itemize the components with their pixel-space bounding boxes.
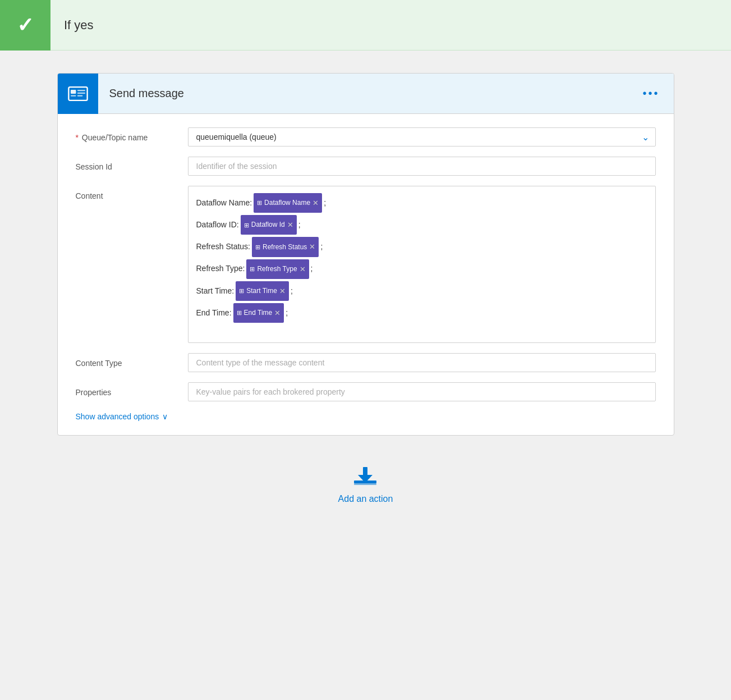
- content-type-input[interactable]: [188, 353, 656, 372]
- svg-rect-4: [77, 92, 85, 93]
- properties-row: Properties: [76, 382, 656, 401]
- svg-rect-3: [77, 89, 85, 90]
- content-token[interactable]: ⊞Start Time✕: [236, 281, 289, 301]
- token-remove-icon[interactable]: ✕: [287, 216, 293, 234]
- content-type-control: [188, 353, 656, 372]
- content-token[interactable]: ⊞Refresh Type✕: [246, 259, 309, 279]
- token-remove-icon[interactable]: ✕: [312, 194, 319, 212]
- advanced-options-label: Show advanced options: [76, 412, 159, 421]
- content-label: Content: [76, 186, 188, 200]
- token-label: Start Time: [246, 283, 277, 299]
- queue-select[interactable]: queuemiquella (queue): [188, 127, 656, 147]
- token-icon: ⊞: [239, 283, 244, 298]
- add-action-label: Add an action: [338, 494, 393, 504]
- content-line-prefix: Refresh Type:: [196, 259, 245, 278]
- token-icon: ⊞: [244, 218, 249, 232]
- add-action-icon: [351, 464, 380, 488]
- content-line: Refresh Type: ⊞Refresh Type✕ ;: [196, 259, 647, 279]
- card-body: * Queue/Topic name queuemiquella (queue)…: [58, 114, 674, 435]
- content-type-label: Content Type: [76, 353, 188, 368]
- session-id-input[interactable]: [188, 157, 656, 176]
- queue-topic-row: * Queue/Topic name queuemiquella (queue)…: [76, 127, 656, 147]
- content-line: Start Time: ⊞Start Time✕ ;: [196, 281, 647, 301]
- token-label: Dataflow Id: [251, 217, 285, 233]
- add-action-container: Add an action: [338, 464, 393, 504]
- token-label: Refresh Type: [257, 261, 297, 277]
- if-yes-header: ✓ If yes: [0, 0, 731, 51]
- check-icon: ✓: [17, 13, 34, 37]
- content-line: End Time: ⊞End Time✕ ;: [196, 303, 647, 323]
- content-line-prefix: End Time:: [196, 304, 232, 323]
- content-token[interactable]: ⊞End Time✕: [233, 303, 284, 323]
- queue-select-wrapper: queuemiquella (queue) ⌄: [188, 127, 656, 147]
- svg-rect-1: [70, 89, 76, 93]
- content-line: Refresh Status: ⊞Refresh Status✕ ;: [196, 237, 647, 257]
- svg-rect-7: [354, 483, 376, 485]
- card-menu-button[interactable]: •••: [640, 83, 663, 105]
- token-icon: ⊞: [257, 195, 262, 210]
- main-content: Send message ••• * Queue/Topic name queu…: [0, 51, 731, 527]
- content-line-prefix: Start Time:: [196, 282, 235, 301]
- if-yes-label: If yes: [64, 18, 94, 33]
- content-type-row: Content Type: [76, 353, 656, 372]
- content-line-suffix: ;: [291, 282, 293, 301]
- add-action-button[interactable]: Add an action: [338, 464, 393, 504]
- token-icon: ⊞: [237, 305, 242, 320]
- svg-rect-2: [70, 95, 76, 96]
- chevron-down-icon: ∨: [162, 412, 168, 421]
- content-token[interactable]: ⊞Dataflow Id✕: [241, 215, 297, 235]
- token-label: Refresh Status: [263, 239, 307, 255]
- session-id-row: Session Id: [76, 157, 656, 176]
- properties-label: Properties: [76, 382, 188, 397]
- content-line: Dataflow ID: ⊞Dataflow Id✕ ;: [196, 215, 647, 235]
- content-field[interactable]: Dataflow Name: ⊞Dataflow Name✕ ;Dataflow…: [188, 186, 656, 343]
- content-line-suffix: ;: [286, 304, 288, 323]
- content-line-prefix: Dataflow Name:: [196, 194, 252, 213]
- queue-control: queuemiquella (queue) ⌄: [188, 127, 656, 147]
- token-icon: ⊞: [250, 262, 255, 276]
- token-remove-icon[interactable]: ✕: [274, 304, 281, 322]
- required-star: *: [76, 133, 79, 142]
- content-line-prefix: Dataflow ID:: [196, 216, 239, 235]
- if-yes-check-box: ✓: [0, 0, 50, 51]
- properties-control: [188, 382, 656, 401]
- svg-rect-5: [77, 95, 82, 96]
- token-label: End Time: [244, 305, 273, 321]
- service-bus-icon: [67, 83, 89, 104]
- action-funnel-icon: [351, 464, 380, 488]
- session-id-label: Session Id: [76, 157, 188, 171]
- send-message-icon-box: [58, 74, 98, 114]
- token-remove-icon[interactable]: ✕: [300, 260, 306, 278]
- session-id-control: [188, 157, 656, 176]
- content-line-suffix: ;: [320, 237, 323, 257]
- content-line-suffix: ;: [311, 259, 313, 278]
- queue-label: * Queue/Topic name: [76, 127, 188, 142]
- content-control: Dataflow Name: ⊞Dataflow Name✕ ;Dataflow…: [188, 186, 656, 343]
- content-line-suffix: ;: [324, 194, 326, 213]
- send-message-card: Send message ••• * Queue/Topic name queu…: [57, 73, 674, 436]
- content-token[interactable]: ⊞Dataflow Name✕: [254, 193, 322, 213]
- token-remove-icon[interactable]: ✕: [279, 282, 286, 300]
- advanced-options-section: Show advanced options ∨: [76, 411, 656, 422]
- token-remove-icon[interactable]: ✕: [309, 238, 315, 255]
- page-wrapper: ✓ If yes Send mess: [0, 0, 731, 700]
- content-row: Content Dataflow Name: ⊞Dataflow Name✕ ;…: [76, 186, 656, 343]
- content-token[interactable]: ⊞Refresh Status✕: [252, 237, 319, 257]
- content-line-prefix: Refresh Status:: [196, 237, 251, 257]
- show-advanced-options-button[interactable]: Show advanced options ∨: [76, 412, 168, 421]
- content-line-suffix: ;: [298, 216, 301, 235]
- queue-label-text: Queue/Topic name: [82, 133, 148, 142]
- token-icon: ⊞: [255, 240, 260, 254]
- card-header: Send message •••: [58, 74, 674, 114]
- card-title: Send message: [109, 87, 640, 100]
- properties-input[interactable]: [188, 382, 656, 401]
- content-line: Dataflow Name: ⊞Dataflow Name✕ ;: [196, 193, 647, 213]
- token-label: Dataflow Name: [264, 195, 310, 211]
